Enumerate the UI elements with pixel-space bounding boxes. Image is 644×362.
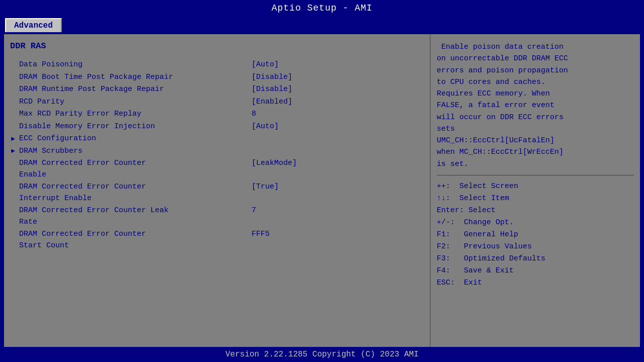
- list-item[interactable]: DRAM Corrected Error Counter Enable [Lea…: [10, 157, 424, 181]
- item-label: DRAM Runtime Post Package Repair: [10, 84, 252, 96]
- item-label: DRAM Corrected Error Counter Leak Rate: [10, 205, 252, 228]
- list-item[interactable]: Max RCD Parity Error Replay 8: [10, 108, 424, 121]
- list-item[interactable]: DRAM Runtime Post Package Repair [Disabl…: [10, 83, 424, 96]
- list-item[interactable]: Data Poisoning [Auto]: [10, 59, 424, 71]
- tab-bar: Advanced: [0, 16, 644, 32]
- footer: Version 2.22.1285 Copyright (C) 2023 AMI: [0, 347, 644, 362]
- item-value: [Disable]: [252, 84, 292, 96]
- key-help-item: F3: Optimized Defaults: [437, 253, 634, 265]
- item-label: DRAM Corrected Error Counter Interrupt E…: [10, 182, 252, 204]
- key-help-section: ++: Select Screen ↑↓: Select Item Enter:…: [437, 180, 634, 289]
- item-label: ► DRAM Scrubbers: [10, 146, 252, 157]
- item-label: Disable Memory Error Injection: [10, 121, 252, 133]
- item-value: 8: [252, 109, 256, 120]
- title-bar: Aptio Setup - AMI: [0, 0, 644, 16]
- item-label: Data Poisoning: [10, 59, 252, 71]
- left-panel: DDR RAS Data Poisoning [Auto] DRAM Boot …: [4, 34, 431, 352]
- list-item[interactable]: DRAM Boot Time Post Package Repair [Disa…: [10, 71, 424, 84]
- key-help-item: F1: General Help: [437, 229, 634, 241]
- item-value: FFF5: [252, 229, 270, 251]
- help-divider: [437, 175, 634, 175]
- key-help-item: Enter: Select: [437, 205, 634, 217]
- footer-text: Version 2.22.1285 Copyright (C) 2023 AMI: [225, 350, 419, 359]
- item-label: DRAM Corrected Error Counter Enable: [10, 158, 252, 180]
- item-label: RCD Parity: [10, 97, 252, 108]
- item-value: [Auto]: [252, 59, 279, 71]
- item-value: [True]: [252, 182, 279, 204]
- list-item[interactable]: DRAM Corrected Error Counter Start Count…: [10, 228, 424, 252]
- tab-advanced[interactable]: Advanced: [5, 18, 62, 32]
- item-label: DRAM Boot Time Post Package Repair: [10, 72, 252, 83]
- key-help-item: ++: Select Screen: [437, 180, 634, 193]
- key-help-item: F4: Save & Exit: [437, 265, 634, 277]
- key-help-item: ESC: Exit: [437, 277, 634, 289]
- item-label: ► ECC Configuration: [10, 133, 252, 145]
- submenu-arrow: ►: [11, 134, 19, 144]
- key-help-item: F2: Previous Values: [437, 241, 634, 253]
- right-panel: Enable poison data creation on uncorrect…: [431, 34, 640, 352]
- list-item[interactable]: RCD Parity [Enabled]: [10, 96, 424, 109]
- list-item-submenu[interactable]: ► DRAM Scrubbers: [10, 145, 424, 158]
- list-item[interactable]: DRAM Corrected Error Counter Interrupt E…: [10, 181, 424, 205]
- app-title: Aptio Setup - AMI: [272, 3, 373, 13]
- item-value: [LeakMode]: [252, 158, 297, 180]
- item-value: 7: [252, 205, 256, 228]
- help-description: Enable poison data creation on uncorrect…: [437, 41, 634, 170]
- list-item[interactable]: Disable Memory Error Injection [Auto]: [10, 121, 424, 133]
- item-label: DRAM Corrected Error Counter Start Count: [10, 229, 252, 251]
- item-value: [Enabled]: [252, 97, 292, 108]
- main-content: DDR RAS Data Poisoning [Auto] DRAM Boot …: [4, 34, 640, 352]
- submenu-arrow: ►: [11, 146, 19, 156]
- item-value: [Auto]: [252, 121, 279, 133]
- section-title: DDR RAS: [10, 41, 424, 51]
- list-item-submenu[interactable]: ► ECC Configuration: [10, 133, 424, 145]
- item-label: Max RCD Parity Error Replay: [10, 109, 252, 120]
- list-item[interactable]: DRAM Corrected Error Counter Leak Rate 7: [10, 205, 424, 228]
- item-value: [Disable]: [252, 72, 292, 83]
- key-help-item: ↑↓: Select Item: [437, 193, 634, 205]
- key-help-item: +/-: Change Opt.: [437, 217, 634, 229]
